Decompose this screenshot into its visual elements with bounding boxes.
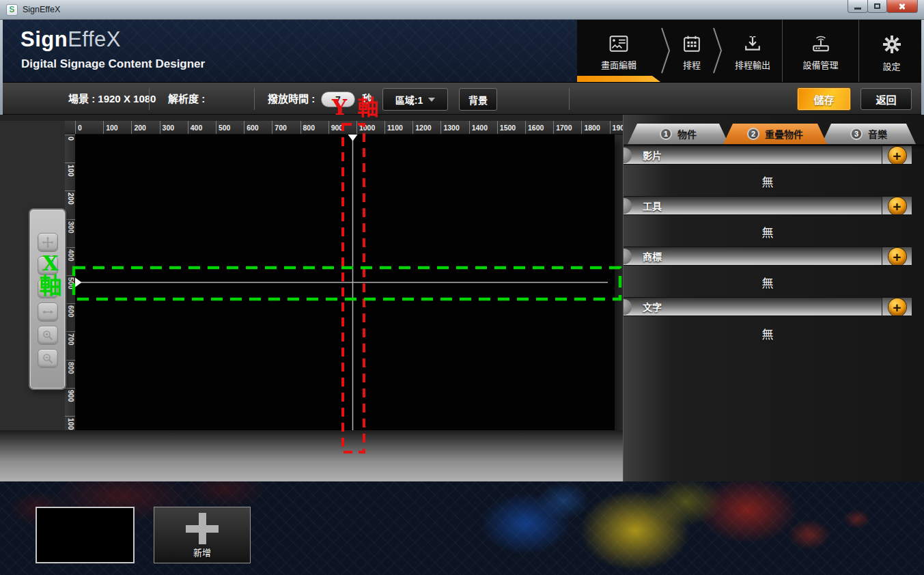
add-video-button[interactable]: + <box>882 146 912 165</box>
scene-value: 1920 X 1080 <box>98 93 156 104</box>
toolbar-separator <box>254 88 255 110</box>
ruler-tick-label: 1200 <box>412 121 440 135</box>
zoom-out-button[interactable] <box>38 349 58 368</box>
app-header: SignEffeX Digital Signage Content Design… <box>0 20 924 82</box>
brand-logo: SignEffeX <box>20 27 121 52</box>
toolbar-separator <box>569 88 570 110</box>
section-knob-icon <box>624 198 632 214</box>
nav-tab-label: 設備管理 <box>802 58 838 71</box>
plus-icon: + <box>888 147 906 165</box>
logo-empty-label: 無 <box>624 274 912 289</box>
zoom-in-button[interactable] <box>38 326 58 345</box>
maximize-button[interactable] <box>867 0 887 13</box>
ruler-tick-label: 1900 <box>610 121 623 135</box>
ruler-tick-label: 500 <box>216 121 244 135</box>
ruler-tick-label: 800 <box>300 121 328 135</box>
window-titlebar: S SignEffeX <box>0 0 924 20</box>
close-button[interactable] <box>886 0 918 13</box>
section-title: 影片 <box>643 146 662 165</box>
ruler-tick-label: 0 <box>75 121 103 135</box>
ruler-tick-label: 1700 <box>553 121 581 135</box>
tab-number-badge: 3 <box>850 128 863 140</box>
section-header-text[interactable]: 文字 + <box>624 297 912 316</box>
add-slide-button[interactable]: 新增 <box>154 507 251 563</box>
brand-light: EffeX <box>68 27 121 51</box>
ruler-tick-label: 300 <box>65 219 75 247</box>
add-text-button[interactable]: + <box>882 298 912 316</box>
move-icon <box>42 236 54 249</box>
main-nav: 畫面編輯 排程 排程輸出 設備管理 設定 <box>577 20 924 82</box>
minimize-button[interactable] <box>848 0 868 13</box>
ruler-tick-label: 0 <box>65 135 75 163</box>
horizontal-ruler: 0100200300400500600700800900100011001200… <box>65 121 623 135</box>
nav-tab-schedule[interactable]: 排程 <box>671 20 712 82</box>
width-tool-button[interactable] <box>38 303 58 322</box>
ruler-tick-label: 500 <box>65 275 75 303</box>
nav-tab-screen-edit[interactable]: 畫面編輯 <box>577 20 660 82</box>
plus-glyph: + <box>893 300 901 315</box>
add-slide-label: 新增 <box>193 546 211 559</box>
add-tool-button[interactable]: + <box>882 197 912 215</box>
plus-icon: + <box>888 197 906 215</box>
design-canvas[interactable] <box>75 135 615 430</box>
tab-label: 重疊物件 <box>765 127 803 141</box>
move-tool-button[interactable] <box>38 233 58 252</box>
window-title: SignEffeX <box>23 5 60 14</box>
ruler-tick-label: 100 <box>65 163 75 191</box>
vertical-ruler: 01002003004005006007008009001000 <box>65 135 75 430</box>
plus-glyph: + <box>893 199 901 214</box>
ruler-tick-label: 100 <box>103 121 131 135</box>
brand-subtitle: Digital Signage Content Designer <box>21 57 205 71</box>
maximize-icon <box>874 3 880 9</box>
workspace-top-band <box>0 115 623 121</box>
ruler-tick-label: 800 <box>65 360 75 388</box>
add-logo-button[interactable]: + <box>882 247 912 266</box>
duration-label: 撥放時間 : <box>268 83 315 115</box>
nav-tab-device-management[interactable]: 設備管理 <box>782 20 858 82</box>
background-button[interactable]: 背景 <box>459 88 497 111</box>
device-icon <box>811 35 830 53</box>
section-title: 工具 <box>643 197 662 215</box>
section-header-video[interactable]: 影片 + <box>624 145 912 165</box>
plus-icon: + <box>888 248 906 266</box>
section-header-logo[interactable]: 商標 + <box>624 247 912 266</box>
tab-music[interactable]: 3音樂 <box>822 124 916 144</box>
caret-down-icon <box>428 98 435 102</box>
window-frame-right <box>921 20 924 115</box>
tab-objects[interactable]: 1物件 <box>628 124 729 144</box>
slide-thumbnail[interactable] <box>36 507 135 563</box>
ruler-tick-label: 1300 <box>440 121 468 135</box>
tab-overlay-objects[interactable]: 2重疊物件 <box>723 124 827 144</box>
ruler-tick-label: 1000 <box>65 416 75 430</box>
nav-tab-settings[interactable]: 設定 <box>858 20 924 82</box>
plus-icon <box>186 513 219 544</box>
back-button-label: 返回 <box>876 92 896 107</box>
region-dropdown-label: 區域:1 <box>395 93 423 107</box>
region-dropdown[interactable]: 區域:1 <box>382 88 448 111</box>
section-knob-icon <box>624 249 632 264</box>
ruler-tick-label: 300 <box>160 121 188 135</box>
scene-size: 場景 : 1920 X 1080 <box>68 83 156 115</box>
x-axis-label-char: X <box>38 253 63 275</box>
section-header-tools[interactable]: 工具 + <box>624 196 912 215</box>
ruler-tick-label: 1500 <box>497 121 525 135</box>
tab-label: 物件 <box>677 127 697 141</box>
tab-number-badge: 1 <box>660 128 672 140</box>
ruler-tick-label: 1600 <box>525 121 553 135</box>
tab-number-badge: 2 <box>747 128 759 140</box>
ruler-tick-label: 600 <box>65 303 75 331</box>
ruler-tick-label: 1800 <box>581 121 609 135</box>
workspace-bottom-gradient <box>0 430 623 481</box>
nav-tab-label: 排程輸出 <box>735 58 770 71</box>
slides-strip-area: 新增 <box>0 481 924 575</box>
brand-bold: Sign <box>20 27 68 51</box>
nav-tab-schedule-output[interactable]: 排程輸出 <box>723 20 782 82</box>
ruler-tick-label: 200 <box>65 191 75 219</box>
save-button[interactable]: 儲存 <box>798 88 850 110</box>
paint-splatter-decoration <box>0 481 924 575</box>
back-button[interactable]: 返回 <box>860 88 912 110</box>
section-knob-icon <box>624 148 632 163</box>
window-controls <box>848 0 918 13</box>
ruler-tick-label: 1000 <box>356 121 384 135</box>
canvas-tool-panel <box>29 208 66 390</box>
